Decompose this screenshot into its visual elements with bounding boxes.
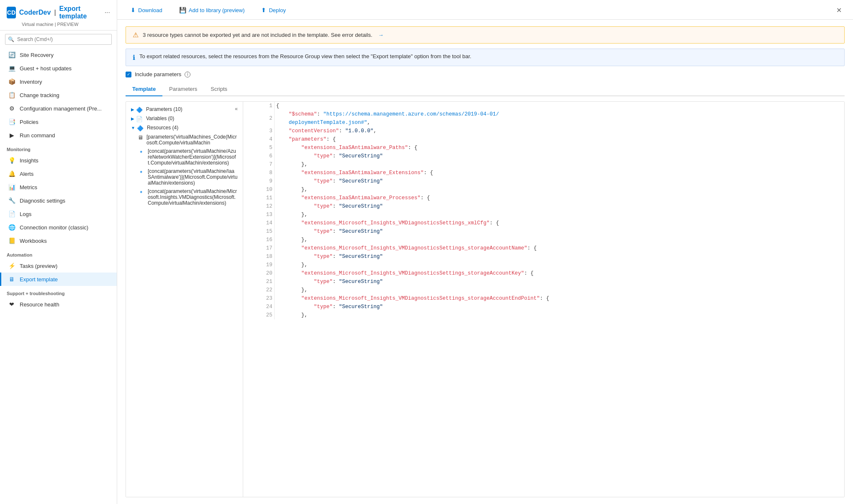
line-content: "type": "SecureString" bbox=[274, 227, 844, 236]
sidebar-item-guest-host[interactable]: 💻Guest + host updates bbox=[0, 62, 117, 75]
code-line-row: 23 "extensions_Microsoft_Insights_VMDiag… bbox=[243, 294, 844, 303]
change-tracking-icon: 📋 bbox=[8, 91, 15, 99]
line-content: "$schema": "https://schema.management.az… bbox=[274, 110, 844, 127]
tree-item-variables[interactable]: ▶📄Variables (0) bbox=[126, 114, 243, 123]
code-line-row: 21 "type": "SecureString" bbox=[243, 278, 844, 286]
sidebar-item-export-template[interactable]: 🖥Export template bbox=[0, 273, 117, 286]
sidebar-item-tasks[interactable]: ⚡Tasks (preview) bbox=[0, 259, 117, 273]
info-icon: ℹ bbox=[133, 54, 135, 62]
line-number: 7 bbox=[243, 160, 274, 169]
run-command-icon: ▶ bbox=[8, 131, 15, 139]
app-icon: CD bbox=[7, 7, 16, 18]
line-number: 23 bbox=[243, 294, 274, 303]
add-to-library-button[interactable]: 💾 Add to library (preview) bbox=[174, 4, 250, 16]
line-number: 4 bbox=[243, 135, 274, 144]
sidebar-item-inventory[interactable]: 📦Inventory bbox=[0, 75, 117, 88]
tree-item-res1[interactable]: 🖥[parameters('virtualMachines_Code(Micro… bbox=[126, 133, 243, 147]
tree-item-res4a[interactable]: 🔹[concat(parameters('virtualMachine/Micr… bbox=[126, 187, 243, 207]
nav-section-label: Support + troubleshooting bbox=[0, 286, 117, 298]
sidebar-item-workbooks[interactable]: 📒Workbooks bbox=[0, 234, 117, 247]
tree-item-label-res2a: [concat(parameters('virtualMachine/Azure… bbox=[148, 148, 238, 166]
sidebar-item-label-diagnostic-settings: Diagnostic settings bbox=[20, 198, 65, 204]
sidebar-item-change-tracking[interactable]: 📋Change tracking bbox=[0, 88, 117, 102]
code-panel[interactable]: 1{2 "$schema": "https://schema.managemen… bbox=[243, 102, 844, 497]
line-number: 22 bbox=[243, 286, 274, 294]
sidebar-item-label-insights: Insights bbox=[20, 157, 39, 164]
tab-parameters[interactable]: Parameters bbox=[162, 82, 204, 96]
sidebar-item-resource-health[interactable]: ❤Resource health bbox=[0, 298, 117, 311]
line-content: "extensions_IaaSAntimalware_Paths": { bbox=[274, 144, 844, 152]
sidebar-item-policies[interactable]: 📑Policies bbox=[0, 115, 117, 129]
sidebar-item-label-policies: Policies bbox=[20, 119, 39, 125]
line-content: }, bbox=[274, 311, 844, 319]
sidebar-item-alerts[interactable]: 🔔Alerts bbox=[0, 167, 117, 180]
code-line-row: 4 "parameters": { bbox=[243, 135, 844, 144]
include-params-row: ✓ Include parameters i bbox=[126, 71, 845, 77]
sidebar-item-run-command[interactable]: ▶Run command bbox=[0, 129, 117, 142]
line-number: 15 bbox=[243, 227, 274, 236]
tasks-icon: ⚡ bbox=[8, 262, 15, 270]
tree-item-resources[interactable]: ▼🔷Resources (4) bbox=[126, 123, 243, 133]
sidebar-item-label-run-command: Run command bbox=[20, 132, 55, 139]
tree-item-parameters[interactable]: ▶🔷Parameters (10) bbox=[126, 105, 243, 114]
line-number: 6 bbox=[243, 152, 274, 160]
template-area: « ▶🔷Parameters (10)▶📄Variables (0)▼🔷Reso… bbox=[126, 101, 845, 497]
tree-item-label-res3a: [concat(parameters('virtualMachine/IaaSA… bbox=[148, 168, 238, 186]
line-number: 13 bbox=[243, 211, 274, 219]
deploy-icon: ⬆ bbox=[261, 7, 266, 13]
line-content: }, bbox=[274, 211, 844, 219]
search-icon: 🔍 bbox=[8, 36, 14, 42]
sidebar-item-label-inventory: Inventory bbox=[20, 79, 42, 85]
line-content: }, bbox=[274, 236, 844, 244]
tree-panel: « ▶🔷Parameters (10)▶📄Variables (0)▼🔷Reso… bbox=[126, 102, 243, 497]
deploy-label: Deploy bbox=[269, 7, 285, 13]
sidebar-item-label-tasks: Tasks (preview) bbox=[20, 263, 57, 269]
tree-items: ▶🔷Parameters (10)▶📄Variables (0)▼🔷Resour… bbox=[126, 105, 243, 207]
line-number: 25 bbox=[243, 311, 274, 319]
tree-collapse-button[interactable]: « bbox=[233, 105, 239, 113]
sidebar-item-insights[interactable]: 💡Insights bbox=[0, 154, 117, 167]
info-text: To export related resources, select the … bbox=[139, 53, 471, 59]
warning-text: 3 resource types cannot be exported yet … bbox=[143, 32, 373, 38]
tree-node-icon-parameters: 🔷 bbox=[136, 107, 143, 113]
close-button[interactable]: ✕ bbox=[833, 4, 845, 16]
search-input[interactable] bbox=[5, 34, 112, 45]
toolbar-row: ⬇ Download 💾 Add to library (preview) ⬆ … bbox=[126, 4, 291, 16]
line-content: "type": "SecureString" bbox=[274, 252, 844, 261]
tab-template[interactable]: Template bbox=[126, 82, 162, 96]
line-number: 1 bbox=[243, 102, 274, 110]
sidebar-item-connection-monitor[interactable]: 🌐Connection monitor (classic) bbox=[0, 221, 117, 234]
tree-item-label-parameters: Parameters (10) bbox=[146, 106, 182, 112]
sidebar-item-site-recovery[interactable]: 🔄Site Recovery bbox=[0, 48, 117, 62]
download-button[interactable]: ⬇ Download bbox=[126, 4, 167, 16]
line-number: 24 bbox=[243, 303, 274, 311]
tree-item-label-resources: Resources (4) bbox=[147, 125, 178, 131]
code-line-row: 17 "extensions_Microsoft_Insights_VMDiag… bbox=[243, 244, 844, 252]
deploy-button[interactable]: ⬆ Deploy bbox=[256, 4, 290, 16]
sidebar-item-logs[interactable]: 📄Logs bbox=[0, 207, 117, 221]
add-library-label: Add to library (preview) bbox=[189, 7, 245, 13]
error-details-link[interactable]: → bbox=[378, 32, 384, 38]
tree-expand-resources: ▼ bbox=[131, 126, 135, 130]
sidebar-item-metrics[interactable]: 📊Metrics bbox=[0, 180, 117, 194]
tab-scripts[interactable]: Scripts bbox=[204, 82, 234, 96]
code-line-row: 2 "$schema": "https://schema.management.… bbox=[243, 110, 844, 127]
logs-icon: 📄 bbox=[8, 210, 15, 218]
code-line-row: 19 }, bbox=[243, 261, 844, 269]
sidebar-item-label-config-mgmt: Configuration management (Pre... bbox=[20, 105, 102, 112]
include-params-checkbox[interactable]: ✓ bbox=[126, 72, 131, 77]
code-line-row: 5 "extensions_IaaSAntimalware_Paths": { bbox=[243, 144, 844, 152]
code-line-row: 14 "extensions_Microsoft_Insights_VMDiag… bbox=[243, 219, 844, 227]
code-line-row: 8 "extensions_IaaSAntimalware_Extensions… bbox=[243, 169, 844, 177]
include-params-info-icon[interactable]: i bbox=[185, 72, 190, 77]
tree-item-res3a[interactable]: 🔹[concat(parameters('virtualMachine/IaaS… bbox=[126, 167, 243, 187]
line-content: "extensions_IaaSAntimalware_Extensions":… bbox=[274, 169, 844, 177]
code-line-row: 9 "type": "SecureString" bbox=[243, 177, 844, 185]
tree-item-res2a[interactable]: 🔹[concat(parameters('virtualMachine/Azur… bbox=[126, 147, 243, 167]
sidebar-item-label-workbooks: Workbooks bbox=[20, 238, 47, 244]
tree-item-label-variables: Variables (0) bbox=[146, 116, 174, 121]
insights-icon: 💡 bbox=[8, 157, 15, 164]
line-number: 16 bbox=[243, 236, 274, 244]
sidebar-item-diagnostic-settings[interactable]: 🔧Diagnostic settings bbox=[0, 194, 117, 207]
sidebar-item-config-mgmt[interactable]: ⚙Configuration management (Pre... bbox=[0, 102, 117, 115]
